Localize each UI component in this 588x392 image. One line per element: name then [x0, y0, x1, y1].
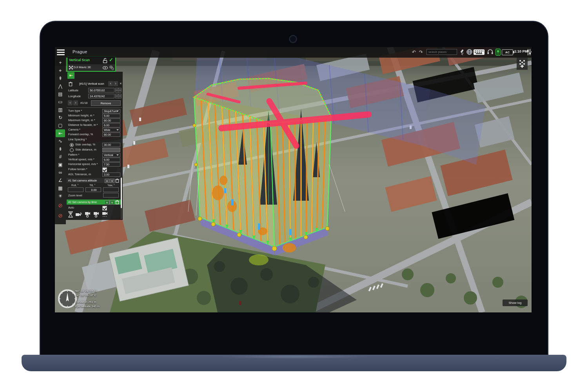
camera-attitude-icon[interactable]	[75, 212, 82, 217]
drone-icon	[69, 65, 73, 70]
param-row-max-height: Maximum height, m * 60.00	[66, 118, 123, 123]
max-height-input[interactable]: 60.00	[102, 118, 120, 123]
pattern-select[interactable]: Vertical	[102, 153, 120, 157]
tool-panel-grid[interactable]: ▥	[55, 106, 66, 114]
page-title: Prague	[73, 49, 87, 54]
follow-terrain-checkbox[interactable]	[102, 167, 107, 172]
tool-facade-scan[interactable]: #	[55, 153, 66, 161]
tool-corridor[interactable]: ∿	[55, 137, 66, 145]
globe-icon[interactable]	[466, 49, 472, 55]
hourglass-icon[interactable]	[68, 211, 73, 218]
latitude-input[interactable]: 50.0755102	[88, 88, 114, 93]
tool-vertical-scan[interactable]: ⇤	[56, 129, 65, 137]
longitude-input[interactable]: 14.4376242	[88, 94, 114, 98]
camera-select[interactable]: Wide	[102, 128, 120, 132]
facade-distance-input[interactable]: 6.00	[102, 123, 120, 127]
point-pager-label: #1/18	[80, 101, 87, 105]
yaw-input[interactable]	[103, 187, 119, 192]
tool-overlay[interactable]: ▦	[55, 184, 66, 192]
show-log-button[interactable]: Show log	[503, 299, 528, 306]
headset-icon[interactable]	[487, 49, 494, 55]
tool-perimeter[interactable]: ▣	[55, 161, 66, 169]
telemetry-device-icon[interactable]	[495, 49, 501, 56]
action2-move-up-button[interactable]: ∧	[105, 200, 109, 205]
next-point-button[interactable]: ›	[73, 100, 78, 105]
auto-checkbox[interactable]	[102, 206, 107, 211]
menu-icon[interactable]	[57, 49, 65, 55]
delete-segment-trash-icon[interactable]	[69, 82, 73, 86]
vehicle-row[interactable]: DJI Mavic 3E	[67, 64, 115, 71]
forward-overlap-input[interactable]: 60.00	[102, 132, 120, 137]
action2-trash-icon[interactable]	[115, 200, 120, 204]
tool-takeoff[interactable]: ⇞	[55, 74, 66, 82]
next-segment-button[interactable]: ›	[113, 81, 118, 86]
map-canvas[interactable]	[55, 47, 532, 312]
tool-photogrammetry[interactable]: ∞	[55, 169, 66, 176]
remove-point-button[interactable]: Remove	[91, 100, 121, 106]
tool-landing[interactable]: ⇟	[55, 145, 66, 153]
compass-icon[interactable]	[57, 289, 78, 309]
longitude-format-toggle[interactable]: °‥	[115, 94, 122, 99]
tool-waypoint[interactable]: ⌖	[55, 67, 66, 74]
action1-move-down-button[interactable]: ∨	[110, 179, 114, 183]
tool-panel-progress[interactable]: ▤	[55, 90, 66, 98]
agl-tolerance-row: AGL Tolerance, m 3.00	[66, 172, 123, 177]
settings-sliders-icon[interactable]	[527, 49, 532, 56]
tool-polyline[interactable]: ⋀	[55, 82, 66, 90]
status-latitude: 50° 04' 28.99" N	[75, 289, 96, 293]
map-corner-tool[interactable]	[517, 58, 528, 70]
tool-measure[interactable]: ∠	[55, 176, 66, 184]
status-longitude: 14° 26' 09.18" E	[75, 294, 96, 297]
agl-tolerance-input[interactable]: 3.00	[102, 172, 120, 177]
side-distance-input[interactable]	[102, 148, 120, 152]
vertical-scan-badge-icon: ⇤	[67, 72, 74, 79]
zoom-level-input[interactable]	[103, 193, 119, 198]
auto-row: Auto	[66, 206, 123, 211]
laptop-mockup: Prague ↶ ↷	[0, 0, 588, 392]
panel-scrollbar[interactable]	[121, 178, 122, 219]
latitude-format-toggle[interactable]: °‥	[115, 88, 122, 93]
horizontal-speed-input[interactable]: 7.50	[102, 162, 120, 167]
action2-header[interactable]: #2 Set camera by time ∧ ∨	[67, 200, 121, 205]
camera-by-time-icon[interactable]	[85, 212, 91, 218]
undo-icon[interactable]: ↶	[411, 49, 417, 55]
action1-trash-icon[interactable]	[115, 178, 120, 183]
min-height-input[interactable]: 5.00	[102, 114, 120, 118]
action2-move-down-button[interactable]: ∨	[110, 200, 114, 205]
route-name: Vertical Scan	[69, 58, 90, 62]
prev-point-button[interactable]: ‹	[68, 100, 73, 105]
tool-orbit[interactable]: ↻	[55, 114, 66, 122]
action1-move-up-button[interactable]: ∧	[105, 179, 109, 183]
camera-by-distance-icon[interactable]	[93, 212, 100, 218]
side-distance-radio[interactable]	[70, 148, 74, 152]
keyboard-icon[interactable]	[474, 49, 485, 55]
search-input[interactable]	[426, 49, 457, 55]
line-spacing-section-label: Line Spacing *	[66, 138, 123, 142]
prev-segment-button[interactable]: ‹	[108, 81, 113, 86]
panel-scrollbar-thumb[interactable]	[121, 178, 122, 208]
unlock-icon[interactable]	[103, 58, 107, 63]
visibility-eye-icon[interactable]	[103, 66, 108, 69]
tilt-input[interactable]: 0.00	[85, 187, 101, 192]
roll-column-label: Roll, °	[71, 184, 78, 187]
top-bar: Prague ↶ ↷	[55, 47, 532, 58]
camera-series-icon[interactable]	[102, 212, 109, 218]
vertical-speed-input[interactable]: 6.00	[102, 158, 120, 162]
tool-add-route[interactable]: +	[55, 59, 66, 67]
battery-indicator: AC	[502, 49, 513, 55]
tool-search-light[interactable]: ☀	[55, 192, 66, 200]
turn-type-select[interactable]: Stop&Turn	[102, 109, 120, 113]
tool-area-scan[interactable]: ▢	[55, 122, 66, 129]
tool-panel-list[interactable]: ▭	[55, 98, 66, 106]
action1-header[interactable]: #1 Set camera attitude ∧ ∨	[67, 178, 121, 183]
tool-no-fly-zone[interactable]: ⊘	[55, 201, 66, 209]
side-overlap-input[interactable]: 30.00	[102, 143, 120, 147]
tool-no-fly-zone-2[interactable]: ⊘	[55, 212, 66, 220]
close-panel-button[interactable]: ×	[118, 81, 123, 86]
side-overlap-radio[interactable]	[70, 143, 74, 147]
microphone-icon[interactable]	[459, 49, 465, 55]
vehicle-settings-gears-icon[interactable]	[109, 65, 114, 70]
redo-icon[interactable]: ↷	[418, 49, 424, 55]
roll-input[interactable]	[68, 187, 83, 192]
route-vehicle-card[interactable]: Vertical Scan ✓ DJI Mavic 3E	[67, 56, 116, 72]
